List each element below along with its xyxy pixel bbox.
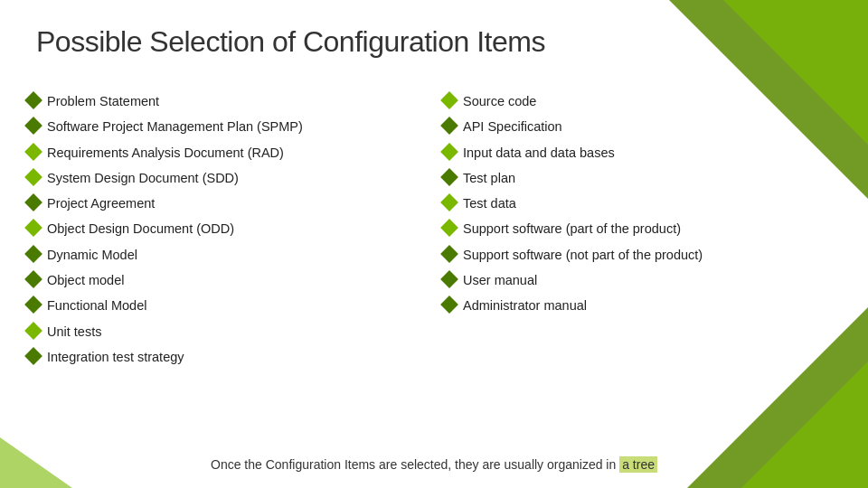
- item-text: Support software (not part of the produc…: [463, 246, 703, 264]
- item-text: Object Design Document (ODD): [47, 220, 234, 238]
- bullet-diamond-light-icon: [440, 220, 458, 238]
- list-item: Integration test strategy: [27, 346, 425, 368]
- item-text: Functional Model: [47, 296, 146, 314]
- bullet-diamond-light-icon: [440, 143, 458, 161]
- list-item: Unit tests: [27, 321, 425, 343]
- bullet-diamond-icon: [24, 193, 42, 211]
- list-item: System Design Document (SDD): [27, 167, 425, 189]
- item-text: Software Project Management Plan (SPMP): [47, 117, 303, 136]
- content-area: Problem Statement Software Project Manag…: [27, 90, 841, 434]
- slide: Possible Selection of Configuration Item…: [0, 0, 868, 488]
- item-text: Test data: [463, 194, 516, 212]
- bullet-diamond-icon: [24, 270, 42, 288]
- list-item: Problem Statement: [27, 90, 425, 112]
- list-item: Test data: [443, 192, 841, 214]
- bullet-diamond-icon: [24, 245, 42, 263]
- footer-prefix: Once the Configuration Items are selecte…: [211, 457, 619, 472]
- item-text: Integration test strategy: [47, 348, 184, 366]
- bullet-diamond-icon: [440, 245, 458, 263]
- item-text: Test plan: [463, 169, 515, 187]
- item-text: Unit tests: [47, 323, 101, 341]
- list-item: Functional Model: [27, 295, 425, 316]
- left-column: Problem Statement Software Project Manag…: [27, 90, 425, 434]
- list-item: Object Design Document (ODD): [27, 218, 425, 239]
- item-text: System Design Document (SDD): [47, 169, 239, 187]
- item-text: User manual: [463, 271, 537, 289]
- list-item: API Specification: [443, 116, 841, 137]
- bullet-diamond-icon: [440, 117, 458, 135]
- item-text: Source code: [463, 92, 536, 110]
- list-item: Test plan: [443, 167, 841, 189]
- item-text: Object model: [47, 271, 124, 289]
- bullet-diamond-light-icon: [24, 220, 42, 238]
- bullet-diamond-icon: [24, 296, 42, 314]
- bullet-diamond-light-icon: [440, 193, 458, 211]
- footer: Once the Configuration Items are selecte…: [0, 457, 868, 472]
- list-item: Object model: [27, 269, 425, 291]
- item-text: API Specification: [463, 117, 562, 136]
- list-item: User manual: [443, 269, 841, 291]
- list-item: Support software (not part of the produc…: [443, 244, 841, 266]
- item-text: Administrator manual: [463, 296, 587, 314]
- bullet-diamond-icon: [440, 296, 458, 314]
- bullet-diamond-icon: [24, 347, 42, 365]
- bullet-diamond-light-icon: [24, 322, 42, 340]
- slide-title: Possible Selection of Configuration Item…: [36, 25, 545, 59]
- list-item: Project Agreement: [27, 192, 425, 214]
- item-text: Support software (part of the product): [463, 220, 681, 238]
- item-text: Dynamic Model: [47, 246, 137, 264]
- list-item: Administrator manual: [443, 295, 841, 316]
- footer-highlight: a tree: [619, 456, 657, 473]
- list-item: Input data and data bases: [443, 142, 841, 164]
- list-item: Dynamic Model: [27, 244, 425, 266]
- item-text: Project Agreement: [47, 194, 155, 212]
- list-item: Support software (part of the product): [443, 218, 841, 239]
- right-column: Source code API Specification Input data…: [443, 90, 841, 434]
- bullet-diamond-icon: [24, 91, 42, 109]
- list-item: Source code: [443, 90, 841, 112]
- item-text: Problem Statement: [47, 92, 159, 110]
- item-text: Input data and data bases: [463, 144, 615, 162]
- bullet-diamond-icon: [24, 117, 42, 135]
- item-text: Requirements Analysis Document (RAD): [47, 144, 284, 162]
- bullet-diamond-light-icon: [24, 143, 42, 161]
- bullet-diamond-light-icon: [440, 91, 458, 109]
- list-item: Requirements Analysis Document (RAD): [27, 142, 425, 164]
- bullet-diamond-light-icon: [24, 168, 42, 186]
- bullet-diamond-icon: [440, 168, 458, 186]
- list-item: Software Project Management Plan (SPMP): [27, 116, 425, 137]
- bullet-diamond-icon: [440, 270, 458, 288]
